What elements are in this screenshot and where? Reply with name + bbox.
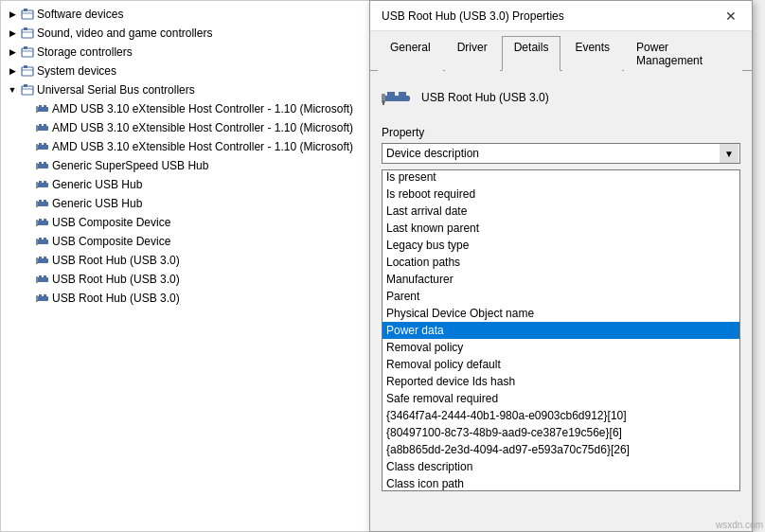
property-list[interactable]: EnumeratorFirst install dateHas problemI… [382,169,740,491]
device-icon [35,234,50,249]
device-tree: Software devices Sound, video and game c… [1,1,373,311]
svg-rect-45 [44,238,46,239]
svg-rect-13 [24,84,27,87]
list-item-is-reboot-required[interactable]: Is reboot required [382,186,739,203]
svg-rect-37 [44,200,46,202]
tree-item-label-usb-root-hub-2: USB Root Hub (USB 3.0) [52,273,180,286]
tree-item-label-amd-usb-3: AMD USB 3.10 eXtensible Host Controller … [52,140,353,153]
device-icon [35,101,50,116]
list-item-removal-policy[interactable]: Removal policy [382,339,739,356]
list-item-legacy-bus-type[interactable]: Legacy bus type [382,237,739,254]
svg-rect-63 [382,100,384,105]
list-item-parent[interactable]: Parent [382,288,739,305]
list-item-reported-device-ids-hash[interactable]: Reported device Ids hash [382,373,739,390]
device-icon [35,215,50,230]
svg-rect-55 [37,296,48,301]
tree-item-usb-controllers[interactable]: Universal Serial Bus controllers [1,80,373,99]
tree-item-amd-usb-2[interactable]: AMD USB 3.10 eXtensible Host Controller … [1,118,373,137]
list-item-class-icon-path[interactable]: Class icon path [382,475,739,491]
svg-rect-24 [39,143,42,145]
expand-btn-software-devices[interactable] [5,7,20,22]
tree-item-usb-composite-1[interactable]: USB Composite Device [1,213,373,232]
svg-rect-51 [37,277,48,282]
expand-btn-storage-controllers[interactable] [5,44,20,60]
list-item-guid2[interactable]: {80497100-8c73-48b9-aad9-ce387e19c56e}[6… [382,424,739,441]
tree-item-label-storage-controllers: Storage controllers [37,45,133,59]
dialog-close-button[interactable]: ✕ [721,7,740,26]
svg-rect-44 [39,238,42,239]
svg-rect-3 [22,29,33,38]
svg-rect-40 [39,219,42,221]
svg-rect-50 [36,257,38,264]
list-item-guid3[interactable]: {a8b865dd-2e3d-4094-ad97-e593a70c75d6}[2… [382,441,739,458]
svg-rect-60 [387,92,395,96]
list-item-guid1[interactable]: {3464f7a4-2444-40b1-980a-e0903cb6d912}[1… [382,407,739,424]
svg-rect-35 [37,202,48,206]
svg-rect-48 [39,257,42,258]
svg-rect-32 [39,181,42,183]
list-item-last-arrival-date[interactable]: Last arrival date [382,203,739,220]
category-icon [20,26,35,41]
tree-item-amd-usb-1[interactable]: AMD USB 3.10 eXtensible Host Controller … [1,99,373,118]
tree-item-generic-usb-hub-2[interactable]: Generic USB Hub [1,194,373,213]
tree-item-usb-composite-2[interactable]: USB Composite Device [1,232,373,251]
tree-item-label-generic-superspeed: Generic SuperSpeed USB Hub [52,159,208,172]
list-item-removal-policy-default[interactable]: Removal policy default [382,356,739,373]
svg-rect-56 [39,294,42,296]
tree-item-label-usb-composite-1: USB Composite Device [52,216,170,229]
list-item-class-description[interactable]: Class description [382,458,739,475]
tab-driver[interactable]: Driver [445,36,500,71]
svg-rect-21 [44,124,46,126]
list-item-last-known-parent[interactable]: Last known parent [382,220,739,237]
expand-btn-sound-video[interactable] [5,26,20,41]
tree-item-usb-root-hub-2[interactable]: USB Root Hub (USB 3.0) [1,270,373,289]
tree-item-amd-usb-3[interactable]: AMD USB 3.10 eXtensible Host Controller … [1,137,373,156]
svg-rect-15 [37,107,48,112]
tab-power[interactable]: Power Management [624,36,742,71]
device-icon [35,139,50,154]
svg-rect-34 [36,182,38,188]
svg-rect-0 [22,10,33,19]
list-item-is-present[interactable]: Is present [382,169,739,186]
svg-rect-22 [36,125,38,132]
tree-item-system-devices[interactable]: System devices [1,62,373,80]
svg-rect-39 [37,221,48,225]
tree-item-label-usb-root-hub-3: USB Root Hub (USB 3.0) [52,292,180,305]
dropdown-container: Device description ▼ [382,143,740,164]
device-icon [35,120,50,135]
svg-rect-30 [36,163,38,169]
tree-item-storage-controllers[interactable]: Storage controllers [1,43,373,62]
svg-rect-26 [36,144,38,151]
tree-item-label-usb-root-hub-1: USB Root Hub (USB 3.0) [52,254,180,267]
tree-item-generic-usb-hub-1[interactable]: Generic USB Hub [1,175,373,194]
tree-item-label-software-devices: Software devices [37,8,123,21]
tree-item-label-amd-usb-2: AMD USB 3.10 eXtensible Host Controller … [52,121,353,134]
list-item-location-paths[interactable]: Location paths [382,254,739,271]
device-icon [35,158,50,173]
device-icon [35,196,50,211]
list-item-power-data[interactable]: Power data [382,322,739,339]
dialog-content: USB Root Hub (USB 3.0) Property Device d… [370,71,752,503]
property-section: Property Device description ▼ [382,126,740,164]
tab-general[interactable]: General [378,36,443,71]
property-dropdown[interactable]: Device description [382,143,740,164]
list-item-manufacturer[interactable]: Manufacturer [382,271,739,288]
svg-rect-36 [39,200,42,202]
svg-rect-19 [37,126,48,131]
dialog-titlebar: USB Root Hub (USB 3.0) Properties ✕ [370,1,752,31]
tree-item-software-devices[interactable]: Software devices [1,5,373,24]
dialog-tabs: GeneralDriverDetailsEventsPower Manageme… [370,31,752,71]
expand-btn-system-devices[interactable] [5,63,20,79]
svg-rect-4 [24,27,27,30]
tree-item-generic-superspeed[interactable]: Generic SuperSpeed USB Hub [1,156,373,175]
svg-rect-29 [44,162,46,164]
list-item-physical-device-object-name[interactable]: Physical Device Object name [382,305,739,322]
list-item-safe-removal-required[interactable]: Safe removal required [382,390,739,407]
tree-item-sound-video[interactable]: Sound, video and game controllers [1,24,373,43]
svg-rect-57 [44,294,46,296]
tree-item-usb-root-hub-3[interactable]: USB Root Hub (USB 3.0) [1,289,373,308]
tab-events[interactable]: Events [562,36,622,71]
tab-details[interactable]: Details [502,36,561,71]
expand-btn-usb-controllers[interactable] [5,82,20,98]
tree-item-usb-root-hub-1[interactable]: USB Root Hub (USB 3.0) [1,251,373,270]
